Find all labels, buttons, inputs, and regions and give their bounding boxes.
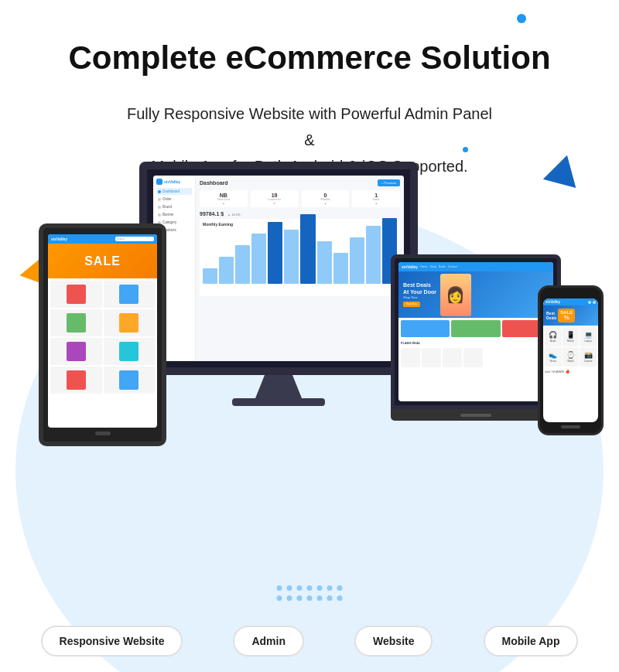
product-img-1 <box>67 285 86 304</box>
stat-label-3: Wishlist <box>304 198 347 201</box>
dashboard-products-btn: + Products <box>378 179 400 186</box>
hero-image: 👩 <box>440 274 471 316</box>
tablet-product-7 <box>50 367 102 394</box>
nav-item-3: Deals <box>439 265 446 268</box>
stat-num-2: 19 <box>253 193 296 198</box>
phone-icon-1 <box>588 301 591 304</box>
bar-5 <box>284 230 299 284</box>
stat-trend-1: ▲ <box>202 202 245 205</box>
nav-item-4: Contact <box>448 265 457 268</box>
tablet-frame: sixValley Search... SALE <box>39 223 166 446</box>
monitor-device: sixValley Dashboard Order Brand <box>139 162 418 406</box>
stat-label-4: Sales <box>354 198 398 201</box>
bar-0 <box>203 268 217 284</box>
phone-product-label-2: Mobile <box>567 339 574 343</box>
decorative-dot-small <box>463 147 468 152</box>
stat-trend-2: ▼ <box>253 202 296 205</box>
tablet-product-2 <box>104 281 156 308</box>
sidebar-logo: sixValley <box>156 179 192 185</box>
website-device: sixValley Home Shop Deals Contact Best D… <box>391 254 561 421</box>
bar-6 <box>300 214 315 284</box>
brand-intel: intel <box>545 370 550 374</box>
bar-9 <box>350 237 364 284</box>
hero-cta-btn: Buy Now <box>403 302 420 307</box>
menu-dot <box>158 213 161 217</box>
dashboard-ui: sixValley Dashboard Order Brand <box>153 176 404 361</box>
devices-area: sixValley Dashboard Order Brand <box>15 162 604 595</box>
device-labels-area: Responsive Website Admin Website Mobile … <box>0 595 619 672</box>
website-screen: sixValley Home Shop Deals Contact Best D… <box>398 262 553 401</box>
tablet-product-5 <box>50 338 102 365</box>
dashboard-stats: NB Total Order ▲ 19 Customers ▼ 0 <box>200 190 400 207</box>
menu-dot <box>158 190 161 193</box>
stat-card-4: 1 Sales ▲ <box>352 190 400 207</box>
phone-notch <box>561 292 580 296</box>
stat-label-1: Total Order <box>202 198 245 201</box>
phone-icon-2 <box>593 301 596 304</box>
website-header: sixValley Home Shop Deals Contact <box>398 262 553 271</box>
subtitle-ampersand: & <box>304 131 314 148</box>
stat-trend-3: ▲ <box>304 202 347 205</box>
product-img-2 <box>119 285 139 304</box>
revenue-sub: ▲ 12.5% <box>227 213 240 217</box>
tablet-home-btn <box>95 432 111 435</box>
phone-header: sixValley <box>543 298 598 305</box>
phone-ui: sixValley BestDeals SALE% 🎧 Audio <box>543 298 598 422</box>
product-img-3 <box>67 313 86 333</box>
website-base <box>391 409 561 421</box>
bar-chart <box>203 230 397 284</box>
phone-product-4: 👟 Shoes <box>545 347 562 367</box>
product-img-6 <box>119 342 139 361</box>
phone-header-icons <box>588 301 596 304</box>
tablet-product-8 <box>104 367 156 394</box>
monitor-screen-inner: sixValley Dashboard Order Brand <box>153 176 404 361</box>
flash-deal-products <box>398 346 553 369</box>
phone-home-indicator <box>561 425 580 428</box>
stat-card-1: NB Total Order ▲ <box>200 190 248 207</box>
phone-sale-badge: SALE% <box>558 309 575 322</box>
product-img-4 <box>119 313 139 333</box>
tablet-product-6 <box>104 338 156 365</box>
phone-product-2: 📱 Mobile <box>563 327 580 346</box>
stat-num-4: 1 <box>354 193 398 198</box>
page-title: Complete eCommerce Solution <box>46 39 573 77</box>
hero-subtitle: Shop Now <box>403 295 436 299</box>
phone-product-icon-4: 👟 <box>549 351 557 359</box>
tablet-screen: sixValley Search... SALE <box>48 234 157 428</box>
bar-4 <box>268 222 282 284</box>
phone-product-grid: 🎧 Audio 📱 Mobile 💻 Laptop 👟 <box>543 326 598 368</box>
monitor-stand <box>255 375 302 398</box>
phone-product-icon-2: 📱 <box>566 331 575 339</box>
website-base-notch <box>460 414 491 417</box>
bar-1 <box>219 257 234 284</box>
tablet-device: sixValley Search... SALE <box>39 223 166 446</box>
promo-box-1 <box>401 320 450 337</box>
dashboard-topbar: Dashboard + Products <box>200 179 400 186</box>
product-img-5 <box>67 342 86 361</box>
phone-product-label-3: Laptop <box>585 339 592 343</box>
tablet-search: Search... <box>115 237 154 241</box>
bar-2 <box>235 245 250 284</box>
phone-product-label-6: Camera <box>584 360 593 363</box>
stat-label-2: Customers <box>253 198 296 201</box>
bar-8 <box>333 253 348 284</box>
phone-logo: sixValley <box>545 300 560 304</box>
phone-product-icon-1: 🎧 <box>549 331 557 339</box>
stat-num-3: 0 <box>304 193 347 198</box>
sidebar-item-order: Order <box>156 196 192 203</box>
phone-banner: BestDeals SALE% <box>543 305 598 326</box>
phone-product-label-4: Shoes <box>550 360 557 363</box>
bar-7 <box>317 241 332 284</box>
phone-product-3: 💻 Laptop <box>580 327 597 346</box>
monitor-screen: sixValley Dashboard Order Brand <box>139 162 418 375</box>
flash-product-1 <box>401 348 420 367</box>
phone-screen: sixValley BestDeals SALE% 🎧 Audio <box>543 298 598 422</box>
sidebar-item-dashboard: Dashboard <box>156 188 192 195</box>
mobile-app-label: Mobile App <box>484 626 579 657</box>
website-frame: sixValley Home Shop Deals Contact Best D… <box>391 254 561 409</box>
promo-box-2 <box>451 320 500 337</box>
sidebar-item-brand: Brand <box>156 203 192 210</box>
flash-product-3 <box>443 348 462 367</box>
phone-product-1: 🎧 Audio <box>545 327 562 346</box>
logo-icon <box>156 179 162 185</box>
